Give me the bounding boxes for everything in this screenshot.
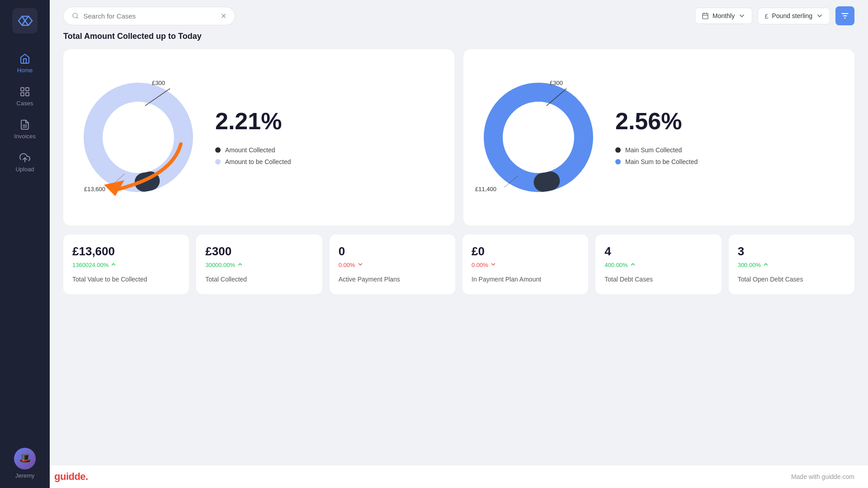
- sidebar-item-home-label: Home: [17, 67, 33, 74]
- chart-right-info: 2.56% Main Sum Collected Main Sum to be …: [615, 109, 838, 165]
- search-clear-icon[interactable]: ✕: [221, 12, 226, 20]
- stat-label-3: In Payment Plan Amount: [472, 275, 579, 284]
- sidebar-item-upload[interactable]: Upload: [0, 146, 50, 179]
- stat-value-5: 3: [738, 244, 845, 258]
- stat-card-2: 0 0.00% Active Payment Plans: [330, 235, 455, 294]
- svg-rect-1: [21, 88, 24, 91]
- stat-change-0: 1360024.00%: [72, 261, 180, 269]
- svg-rect-4: [26, 93, 29, 96]
- chart-left-info: 2.21% Amount Collected Amount to be Coll…: [215, 109, 438, 165]
- legend-item-1: Amount to be Collected: [215, 158, 438, 165]
- stat-label-0: Total Value to be Collected: [72, 275, 180, 284]
- stat-label-2: Active Payment Plans: [339, 275, 446, 284]
- stat-change-arrow-2: [357, 261, 363, 269]
- stat-label-5: Total Open Debt Cases: [738, 275, 845, 284]
- avatar-image: 🎩: [14, 448, 36, 469]
- svg-rect-3: [21, 93, 24, 96]
- search-box[interactable]: ✕: [63, 7, 235, 25]
- app-logo[interactable]: [12, 8, 38, 33]
- stat-change-value-4: 400.00%: [604, 262, 627, 268]
- user-name: Jeremy: [15, 472, 35, 479]
- search-icon: [72, 12, 79, 20]
- sidebar-item-invoices[interactable]: Invoices: [0, 113, 50, 146]
- chart-card-right: £300 £11,400: [463, 49, 854, 225]
- stat-value-0: £13,600: [72, 244, 180, 258]
- sidebar-item-cases-label: Cases: [17, 100, 33, 107]
- stat-card-0: £13,600 1360024.00% Total Value to be Co…: [63, 235, 189, 294]
- sidebar-item-invoices-label: Invoices: [14, 133, 36, 140]
- stat-change-value-2: 0.00%: [339, 262, 355, 268]
- chart-left-legend: Amount Collected Amount to be Collected: [215, 146, 438, 165]
- chevron-down-icon: [738, 12, 745, 19]
- filter-button[interactable]: [835, 6, 854, 25]
- stat-change-2: 0.00%: [339, 261, 446, 269]
- sidebar-item-home[interactable]: Home: [0, 47, 50, 80]
- stat-card-3: £0 0.00% In Payment Plan Amount: [462, 235, 588, 294]
- stat-change-arrow-0: [110, 261, 117, 269]
- donut-left-chart: [80, 79, 197, 196]
- stat-change-arrow-1: [237, 261, 243, 269]
- stat-change-value-3: 0.00%: [472, 262, 488, 268]
- legend-right-item-1: Main Sum to be Collected: [615, 158, 838, 165]
- donut-right: £300 £11,400: [480, 79, 597, 196]
- legend-label-0: Amount Collected: [225, 146, 275, 154]
- chart-left-percent: 2.21%: [215, 109, 438, 133]
- guidde-logo: guidde.: [54, 471, 88, 483]
- currency-dropdown[interactable]: £ Pound sterling: [758, 8, 830, 24]
- donut-left-top-label: £300: [152, 80, 165, 86]
- stat-change-value-0: 1360024.00%: [72, 262, 108, 268]
- stat-card-4: 4 400.00% Total Debt Cases: [595, 235, 721, 294]
- legend-dot-1: [215, 159, 221, 164]
- chart-card-left: £300 £13,600: [63, 49, 454, 225]
- search-input[interactable]: [83, 12, 216, 20]
- svg-line-9: [77, 17, 78, 19]
- donut-right-chart: [480, 79, 597, 196]
- filter-icon: [840, 11, 849, 20]
- legend-right-dot-1: [615, 159, 621, 164]
- sidebar-item-cases[interactable]: Cases: [0, 80, 50, 113]
- sidebar: Home Cases Invoices Upload 🎩 Jeremy: [0, 0, 50, 488]
- stat-card-5: 3 300.00% Total Open Debt Cases: [729, 235, 854, 294]
- stat-label-4: Total Debt Cases: [604, 275, 712, 284]
- legend-right-label-0: Main Sum Collected: [625, 146, 682, 154]
- legend-right-label-1: Main Sum to be Collected: [625, 158, 698, 165]
- svg-rect-10: [703, 14, 708, 19]
- stat-change-arrow-4: [630, 261, 636, 269]
- stat-change-3: 0.00%: [472, 261, 579, 269]
- chevron-down-icon-2: [816, 12, 823, 19]
- stat-value-2: 0: [339, 244, 446, 258]
- footer-made-with: Made with guidde.com: [791, 473, 854, 480]
- stat-change-value-1: 30000.00%: [205, 262, 235, 268]
- donut-right-top-label: £300: [550, 80, 563, 86]
- stat-card-1: £300 30000.00% Total Collected: [196, 235, 322, 294]
- main-content: ✕ Monthly £ Pound sterling: [50, 0, 868, 488]
- sidebar-item-upload-label: Upload: [15, 166, 34, 173]
- stat-label-1: Total Collected: [205, 275, 313, 284]
- user-avatar[interactable]: 🎩 Jeremy: [14, 448, 36, 479]
- stat-value-3: £0: [472, 244, 579, 258]
- footer: guidde. Made with guidde.com: [0, 465, 868, 488]
- chart-right-percent: 2.56%: [615, 109, 838, 133]
- svg-point-27: [503, 102, 574, 173]
- monthly-label: Monthly: [712, 12, 735, 19]
- stat-change-1: 30000.00%: [205, 261, 313, 269]
- stat-value-4: 4: [604, 244, 712, 258]
- legend-right-dot-0: [615, 147, 621, 153]
- stat-change-value-5: 300.00%: [738, 262, 761, 268]
- stat-change-arrow-5: [763, 261, 769, 269]
- currency-label: Pound sterling: [772, 12, 812, 19]
- svg-rect-2: [26, 88, 29, 91]
- topbar: ✕ Monthly £ Pound sterling: [63, 0, 854, 32]
- calendar-icon: [702, 12, 709, 19]
- stat-value-1: £300: [205, 244, 313, 258]
- legend-label-1: Amount to be Collected: [225, 158, 291, 165]
- donut-left: £300 £13,600: [80, 79, 197, 196]
- currency-symbol: £: [764, 12, 768, 20]
- legend-dot-0: [215, 147, 221, 153]
- stat-change-4: 400.00%: [604, 261, 712, 269]
- svg-point-21: [103, 102, 174, 173]
- page-title: Total Amount Collected up to Today: [63, 32, 854, 41]
- stat-change-arrow-3: [490, 261, 496, 269]
- monthly-dropdown[interactable]: Monthly: [695, 8, 752, 24]
- legend-right-item-0: Main Sum Collected: [615, 146, 838, 154]
